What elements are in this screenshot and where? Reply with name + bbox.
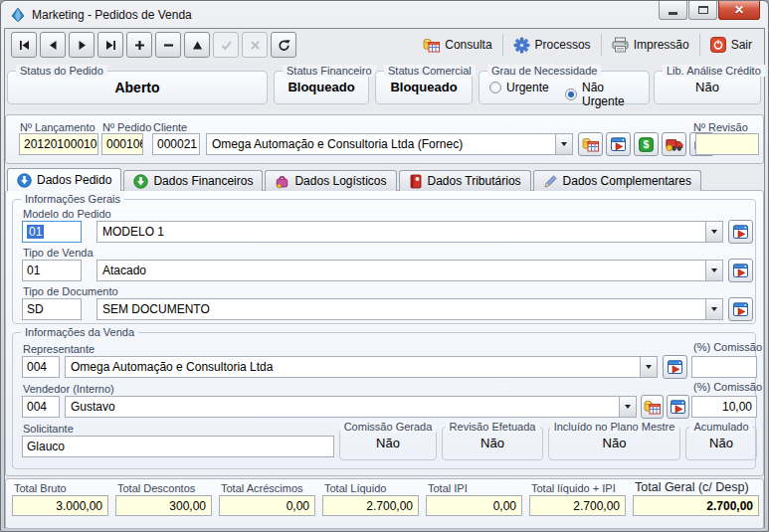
- cliente-code-field[interactable]: 000021: [152, 133, 200, 155]
- cliente-combo-text: Omega Automação e Consultoria Ltda (Forn…: [207, 137, 555, 151]
- cliente-lookup-button[interactable]: [578, 132, 603, 156]
- modelo-pedido-open-form-button[interactable]: [728, 220, 753, 244]
- modelo-pedido-code-field[interactable]: 01: [22, 221, 82, 243]
- tipo-documento-combo[interactable]: SEM DOCUMENTO: [96, 298, 723, 320]
- insert-record-button[interactable]: [126, 32, 152, 58]
- title-bar[interactable]: Marketing - Pedidos de Venda: [1, 1, 768, 28]
- post-record-button: [213, 32, 239, 58]
- consulta-label: Consulta: [445, 38, 491, 52]
- chevron-down-icon[interactable]: [705, 299, 722, 319]
- insert-record-icon: [133, 39, 146, 52]
- tipo-documento-label: Tipo de Documento: [23, 285, 118, 297]
- delete-record-button[interactable]: [155, 32, 181, 58]
- tipo-documento-open-form-button[interactable]: [728, 297, 753, 321]
- vendedor-comissao-label: (%) Comissão: [693, 381, 762, 393]
- edit-record-icon: [191, 39, 204, 52]
- refresh-record-button[interactable]: [271, 32, 296, 58]
- solicitante-label: Solicitante: [23, 423, 74, 435]
- sair-label: Sair: [731, 38, 752, 52]
- first-record-icon: [18, 39, 31, 52]
- action-toolbar: Consulta Processos Impressão Sair: [416, 32, 759, 58]
- revisao-efetuada-label: Revisão Efetuada: [446, 421, 540, 433]
- tab-dados-logisticos[interactable]: Dados Logísticos: [265, 170, 396, 191]
- modelo-pedido-combo[interactable]: MODELO 1: [96, 221, 723, 243]
- tipo-venda-code-field[interactable]: 01: [22, 260, 82, 281]
- edit-record-button[interactable]: [184, 32, 210, 58]
- processos-button[interactable]: Processos: [506, 33, 598, 57]
- status-comercial-value: Bloqueado: [376, 80, 472, 94]
- representante-combo[interactable]: Omega Automação e Consultoria Ltda: [65, 356, 658, 378]
- total-geral-field: 2.700,00: [633, 495, 759, 516]
- tab-dados-tributarios[interactable]: Dados Tributários: [399, 170, 531, 191]
- prior-record-button[interactable]: [40, 32, 66, 58]
- nao-urgente-radio[interactable]: Não Urgente: [565, 81, 649, 108]
- representante-open-form-button[interactable]: [663, 355, 687, 379]
- chevron-down-icon[interactable]: [619, 397, 636, 417]
- vendedor-combo[interactable]: Gustavo: [65, 396, 637, 418]
- pedido-field[interactable]: 000106: [101, 133, 143, 155]
- cliente-frete-button[interactable]: [662, 132, 686, 156]
- vendedor-lookup-button[interactable]: [641, 395, 664, 419]
- tipo-venda-open-form-button[interactable]: [728, 259, 753, 282]
- vendedor-code-field[interactable]: 004: [22, 396, 60, 418]
- revisao-efetuada-box: Revisão Efetuada Não: [442, 427, 543, 460]
- solicitante-field[interactable]: Glauco: [22, 436, 334, 457]
- toolbar-separator: [502, 34, 503, 56]
- cancel-record-icon: [249, 39, 262, 52]
- total-liquido-field: 2.700,00: [322, 495, 419, 516]
- minimize-button[interactable]: [659, 1, 687, 20]
- green-circle-arrow-icon: [133, 174, 148, 189]
- order-header-panel: Nº Lançamento 201201000106 Nº Pedido 000…: [5, 114, 764, 164]
- pedido-label: Nº Pedido: [102, 121, 151, 133]
- cliente-combo[interactable]: Omega Automação e Consultoria Ltda (Forn…: [206, 133, 573, 155]
- cliente-open-form-button[interactable]: [606, 132, 631, 156]
- radio-icon: [489, 82, 501, 93]
- acumulado-label: Acumulado: [689, 421, 752, 433]
- chevron-down-icon[interactable]: [555, 134, 572, 154]
- tab-dados-financeiros[interactable]: Dados Financeiros: [123, 170, 263, 191]
- grau-necessidade-group: Grau de Necessidade Urgente Não Urgente: [479, 71, 650, 104]
- tab-dados-pedido[interactable]: Dados Pedido: [7, 168, 121, 191]
- cliente-financeiro-button[interactable]: $: [634, 132, 659, 156]
- comissao-gerada-box: Comissão Gerada Não: [339, 427, 437, 460]
- money-icon: $: [639, 137, 654, 152]
- representante-code-field[interactable]: 004: [22, 356, 60, 378]
- chevron-down-icon[interactable]: [705, 222, 722, 242]
- maximize-button[interactable]: [688, 1, 717, 20]
- revisao-field[interactable]: [695, 133, 759, 155]
- status-pedido-group: Status do Pedido Aberto: [7, 71, 268, 104]
- chevron-down-icon[interactable]: [640, 357, 657, 377]
- next-record-button[interactable]: [69, 32, 95, 58]
- vendedor-comissao-field[interactable]: 10,00: [691, 396, 757, 418]
- tipo-venda-combo[interactable]: Atacado: [96, 260, 723, 281]
- impressao-button[interactable]: Impressão: [605, 33, 696, 57]
- toolbar-separator: [699, 34, 700, 56]
- tab-dados-logisticos-label: Dados Logísticos: [294, 174, 386, 188]
- total-ipi-label: Total IPI: [428, 482, 468, 494]
- open-form-icon: [733, 225, 749, 240]
- tipo-documento-code-field[interactable]: SD: [22, 298, 82, 320]
- cancel-record-button: [242, 32, 268, 58]
- urgente-radio[interactable]: Urgente: [489, 81, 549, 94]
- lancamento-label: Nº Lançamento: [20, 121, 96, 133]
- tab-dados-complementares[interactable]: Dados Complementares: [533, 170, 701, 191]
- first-record-button[interactable]: [11, 32, 37, 58]
- last-record-button[interactable]: [97, 32, 123, 58]
- maximize-icon: [698, 6, 708, 14]
- vendedor-label: Vendedor (Interno): [23, 383, 114, 395]
- status-financeiro-value: Bloqueado: [275, 80, 368, 94]
- vendedor-open-form-button[interactable]: [667, 395, 689, 419]
- consulta-button[interactable]: Consulta: [416, 33, 498, 57]
- grau-necessidade-label: Grau de Necessidade: [487, 65, 601, 77]
- open-form-icon: [733, 302, 749, 317]
- lancamento-field[interactable]: 201201000106: [19, 133, 98, 155]
- representante-comissao-field[interactable]: [691, 356, 757, 378]
- total-bruto-label: Total Bruto: [14, 482, 67, 494]
- chevron-down-icon[interactable]: [705, 261, 722, 280]
- nao-urgente-radio-label: Não Urgente: [582, 81, 649, 108]
- informacoes-venda-group: Informações da Venda Representante 004 O…: [12, 332, 756, 469]
- sair-button[interactable]: Sair: [703, 33, 759, 57]
- power-icon: [710, 37, 726, 53]
- close-button[interactable]: ✕: [718, 1, 760, 20]
- open-form-icon: [733, 264, 749, 278]
